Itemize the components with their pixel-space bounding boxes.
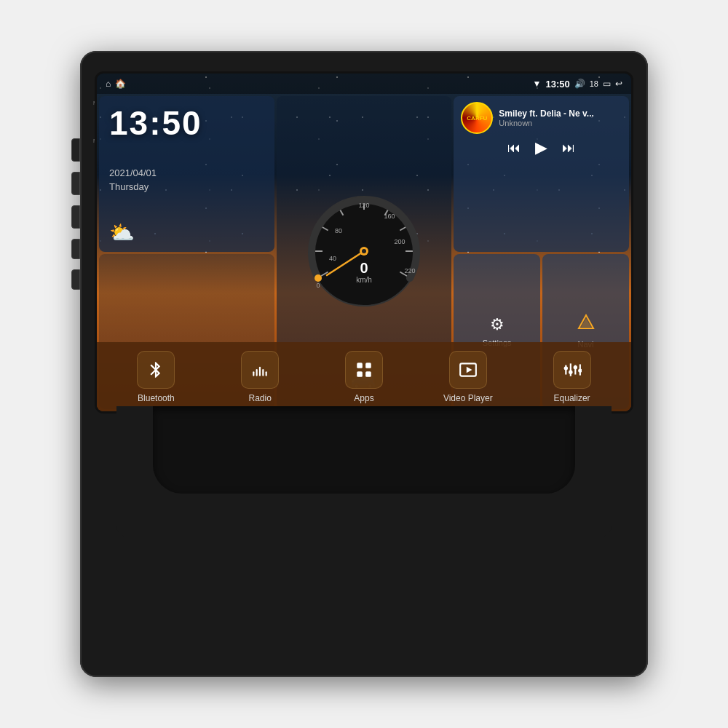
equalizer-label: Equalizer: [554, 393, 590, 403]
screen: ⌂ 🏠 ▼ 13:50 🔊 18 ▭ ↩ 13:50 2021/04/01 Th…: [97, 74, 631, 411]
svg-rect-30: [365, 371, 371, 377]
status-bar-left: ⌂ 🏠: [106, 79, 126, 89]
svg-text:0: 0: [360, 260, 368, 276]
apps-app[interactable]: Apps: [312, 348, 416, 406]
bluetooth-icon-wrap: [137, 351, 175, 389]
screen-bezel: ⌂ 🏠 ▼ 13:50 🔊 18 ▭ ↩ 13:50 2021/04/01 Th…: [95, 71, 633, 414]
navi-icon: [577, 314, 595, 336]
device-dock: [116, 406, 612, 537]
svg-rect-24: [259, 366, 261, 376]
wifi-icon: ▼: [533, 79, 542, 89]
svg-text:220: 220: [404, 267, 415, 274]
bluetooth-label: Bluetooth: [138, 393, 175, 403]
svg-text:160: 160: [384, 213, 395, 220]
bluetooth-svg-icon: [146, 360, 165, 379]
video-player-label: Video Player: [443, 393, 493, 403]
volume-down-button[interactable]: [71, 269, 80, 290]
apps-svg-icon: [355, 360, 373, 379]
next-button[interactable]: ⏭: [562, 141, 575, 156]
bluetooth-app[interactable]: Bluetooth: [104, 348, 208, 406]
clock-date-display: 2021/04/01 Thursday: [109, 166, 264, 194]
music-controls: ⏮ ▶ ⏭: [461, 138, 622, 157]
radio-label: Radio: [249, 393, 272, 403]
status-time: 13:50: [546, 79, 570, 90]
svg-text:120: 120: [358, 202, 369, 209]
weather-icon: ⛅: [109, 221, 264, 245]
video-svg-icon: [459, 360, 478, 379]
music-artist: Unknown: [499, 119, 622, 127]
dock-slot: [153, 406, 575, 494]
radio-app[interactable]: Radio: [208, 348, 312, 406]
play-button[interactable]: ▶: [535, 138, 547, 157]
video-icon-wrap: [449, 351, 487, 389]
svg-rect-22: [253, 371, 254, 376]
dashboard-icon[interactable]: 🏠: [115, 79, 126, 89]
home-button[interactable]: [71, 172, 80, 195]
equalizer-icon-wrap: [553, 351, 591, 389]
video-player-app[interactable]: Video Player: [416, 348, 520, 406]
volume-up-button[interactable]: [71, 239, 80, 259]
svg-point-19: [362, 249, 366, 253]
apps-icon-wrap: [345, 351, 383, 389]
music-top: CARFU Smiley ft. Delia - Ne v... Unknown: [461, 102, 622, 134]
status-bar: ⌂ 🏠 ▼ 13:50 🔊 18 ▭ ↩: [97, 74, 631, 94]
back-nav-icon[interactable]: ↩: [615, 79, 622, 89]
volume-icon: 🔊: [574, 79, 585, 89]
back-button[interactable]: [71, 205, 80, 229]
svg-point-38: [573, 365, 577, 369]
music-widget[interactable]: CARFU Smiley ft. Delia - Ne v... Unknown…: [454, 96, 629, 252]
svg-text:0: 0: [316, 282, 320, 289]
svg-point-40: [578, 368, 582, 372]
album-art: CARFU: [461, 102, 493, 134]
apps-label: Apps: [354, 393, 373, 403]
side-button-group: [71, 138, 80, 290]
battery-icon: ▭: [603, 79, 611, 89]
svg-rect-25: [262, 368, 264, 376]
svg-rect-27: [357, 363, 363, 368]
clock-widget: 13:50 2021/04/01 Thursday ⛅: [99, 96, 274, 252]
clock-time-display: 13:50: [109, 103, 264, 143]
equalizer-svg-icon: [563, 360, 582, 379]
settings-icon: ⚙: [490, 315, 505, 334]
svg-text:200: 200: [394, 238, 405, 245]
bottom-app-bar: Bluetooth Radio: [97, 342, 631, 411]
svg-rect-23: [256, 368, 258, 376]
home-nav-icon[interactable]: ⌂: [106, 79, 111, 89]
music-info: Smiley ft. Delia - Ne v... Unknown: [499, 108, 622, 127]
power-button[interactable]: [71, 138, 80, 162]
svg-marker-32: [467, 366, 472, 373]
volume-level: 18: [590, 79, 598, 88]
prev-button[interactable]: ⏮: [507, 141, 521, 156]
car-head-unit: MIC RST ⌂ 🏠 ▼ 13:50 🔊 18 ▭ ↩: [80, 51, 648, 677]
svg-point-34: [563, 366, 567, 370]
svg-rect-28: [365, 363, 371, 368]
speedometer-display: 0 40 80 120 160 200 220: [302, 189, 426, 316]
svg-point-36: [569, 370, 572, 373]
svg-text:80: 80: [335, 227, 342, 234]
radio-svg-icon: [250, 360, 269, 379]
svg-rect-29: [357, 371, 363, 377]
music-title: Smiley ft. Delia - Ne v...: [499, 108, 622, 119]
equalizer-app[interactable]: Equalizer: [520, 348, 624, 406]
svg-text:km/h: km/h: [356, 276, 372, 284]
radio-icon-wrap: [241, 351, 279, 389]
svg-text:40: 40: [329, 255, 336, 262]
svg-rect-26: [266, 371, 267, 376]
